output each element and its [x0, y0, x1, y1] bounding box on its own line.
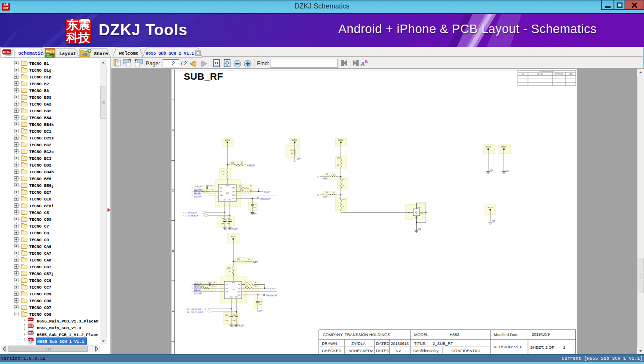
svg-text:2: 2 — [563, 345, 565, 350]
svg-text:CHECKED: CHECKED — [322, 348, 342, 353]
svg-text:R215: R215 — [290, 150, 294, 151]
svg-text:GND: GND — [420, 213, 424, 214]
svg-text:Confidentiality: Confidentiality — [413, 348, 439, 353]
svg-text:a: a — [365, 58, 368, 64]
svg-text:Schematic: Schematic — [18, 50, 43, 56]
svg-text:PADS: PADS — [46, 50, 55, 53]
svg-text:TECNO B2: TECNO B2 — [29, 82, 49, 86]
svg-text:2019/10/9: 2019/10/9 — [532, 332, 550, 336]
svg-text:TECNO BC1: TECNO BC1 — [29, 129, 52, 134]
svg-text:RFC: RFC — [226, 185, 229, 187]
svg-text:TECNO BC2c: TECNO BC2c — [29, 150, 54, 154]
svg-text:RF3: RF3 — [226, 284, 228, 286]
svg-text:RF1: RF1 — [238, 284, 240, 286]
svg-text:APPROVED: APPROVED — [555, 73, 564, 75]
svg-text:PDF: PDF — [28, 332, 33, 334]
svg-text:<CHECKED>: <CHECKED> — [349, 348, 373, 353]
svg-text:NC: NC — [248, 258, 250, 260]
svg-text:DRAWN: DRAWN — [322, 341, 337, 346]
svg-text:TECNO CA7: TECNO CA7 — [29, 251, 52, 256]
svg-text:TECNO CC9: TECNO CC9 — [29, 292, 52, 297]
svg-text:Welcome: Welcome — [119, 51, 139, 56]
svg-text:PDF: PDF — [3, 50, 11, 54]
svg-text:SHEET: 2 OF: SHEET: 2 OF — [530, 345, 554, 350]
svg-text:33pF: 33pF — [225, 320, 228, 322]
svg-text:NC: NC — [212, 189, 214, 191]
svg-text:TECNO BE8i: TECNO BE8i — [29, 204, 54, 208]
svg-text:RF4: RF4 — [226, 288, 228, 289]
svg-text:C211: C211 — [232, 314, 235, 316]
svg-text:MB_GND: MB_GND — [194, 290, 201, 292]
svg-text:TECNO B1g: TECNO B1g — [29, 68, 52, 73]
svg-text:[1,2]: [1,2] — [183, 212, 185, 214]
svg-text:B_2G_TX: B_2G_TX — [270, 288, 276, 289]
svg-text:GND: GND — [417, 207, 421, 208]
svg-text:GND: GND — [259, 310, 263, 311]
svg-text:MB_2G_RX: MB_2G_RX — [194, 190, 202, 192]
svg-text:NC: NC — [250, 185, 252, 187]
svg-text:C208: C208 — [208, 282, 212, 283]
svg-text:RF1: RF1 — [232, 187, 235, 189]
svg-text:C207: C207 — [227, 218, 230, 220]
svg-text:ZR: ZR — [522, 73, 524, 75]
svg-text:TECNO BD4h: TECNO BD4h — [29, 170, 54, 175]
svg-text:GND: GND — [254, 213, 257, 214]
svg-text:C: C — [172, 189, 174, 192]
svg-text:C204: C204 — [206, 185, 209, 187]
svg-text:Share: Share — [94, 51, 108, 56]
svg-text:C209: C209 — [259, 301, 263, 303]
svg-text:2.8V/0.05A_PM3: 2.8V/0.05A_PM3 — [266, 295, 277, 296]
svg-text:U203: U203 — [232, 289, 235, 291]
svg-text:2G_RX_M: 2G_RX_M — [194, 186, 201, 188]
svg-text:ANT204: ANT204 — [501, 146, 507, 148]
svg-text:33pF: 33pF — [227, 223, 229, 225]
svg-text:DATED: DATED — [376, 348, 390, 353]
svg-text:R205: R205 — [240, 189, 243, 191]
svg-text:U2506: U2506 — [323, 178, 327, 179]
svg-text:A: A — [172, 310, 174, 313]
svg-text:[1,2]: [1,2] — [187, 308, 189, 310]
svg-text:GND: GND — [506, 170, 509, 172]
svg-text:NC: NC — [210, 185, 213, 187]
svg-text:B_ANT: B_ANT — [253, 261, 258, 263]
svg-text:R218: R218 — [342, 199, 345, 200]
svg-text:VERSION: V1.0: VERSION: V1.0 — [494, 345, 522, 349]
svg-text:ANT202: ANT202 — [292, 139, 298, 141]
svg-text:NC: NC — [326, 192, 328, 193]
svg-text:TECNO C7: TECNO C7 — [29, 224, 49, 229]
svg-text:TECNO B5S: TECNO B5S — [29, 95, 52, 100]
svg-text:REVISION RECORD: REVISION RECORD — [539, 71, 554, 72]
svg-text:ANT207: ANT207 — [488, 207, 493, 208]
svg-text:R212: R212 — [227, 267, 231, 269]
svg-text:R213: R213 — [245, 282, 248, 283]
svg-text:2G_RX_M: 2G_RX_M — [194, 283, 201, 284]
svg-text:C210: C210 — [225, 314, 229, 316]
svg-text:33pF: 33pF — [221, 223, 224, 225]
svg-text:L201: L201 — [332, 174, 335, 175]
svg-text:TECNO C5S: TECNO C5S — [29, 217, 52, 222]
svg-text:SUB_RF_1V8: SUB_RF_1V8 — [188, 212, 197, 214]
svg-text:U2506: U2506 — [323, 196, 327, 197]
svg-text:R211: R211 — [237, 258, 240, 260]
svg-text:VC1: VC1 — [235, 296, 238, 298]
svg-text:GND: GND — [238, 291, 241, 293]
svg-text:TECNO BB4k: TECNO BB4k — [29, 122, 54, 127]
svg-text:NC: NC — [255, 282, 257, 283]
svg-text:0.05A/2.8V_PM3: 0.05A/2.8V_PM3 — [232, 325, 244, 326]
svg-text:33pF: 33pF — [232, 320, 235, 322]
svg-text:TECNO CD6: TECNO CD6 — [29, 299, 52, 303]
svg-text:C205: C205 — [253, 204, 257, 206]
svg-text:PDF: PDF — [28, 339, 33, 341]
svg-text:RFC: RFC — [232, 282, 235, 284]
svg-text:RF3: RF3 — [220, 187, 222, 189]
svg-text:ANT203: ANT203 — [225, 139, 230, 141]
svg-text:U.FL_GND: U.FL_GND — [194, 196, 202, 197]
svg-text:2_SUB_RF: 2_SUB_RF — [433, 341, 453, 346]
svg-text:PDF: PDF — [28, 318, 33, 321]
svg-text:TECNO BC1s: TECNO BC1s — [29, 136, 54, 141]
svg-text:GND: GND — [226, 291, 229, 293]
svg-text:TECNO BC2: TECNO BC2 — [29, 143, 52, 147]
svg-text:TECNO CC7: TECNO CC7 — [29, 285, 52, 290]
svg-text:S19_RF_BOOST: S19_RF_BOOST — [191, 311, 203, 313]
svg-text:B_2G_TX: B_2G_TX — [264, 191, 271, 193]
